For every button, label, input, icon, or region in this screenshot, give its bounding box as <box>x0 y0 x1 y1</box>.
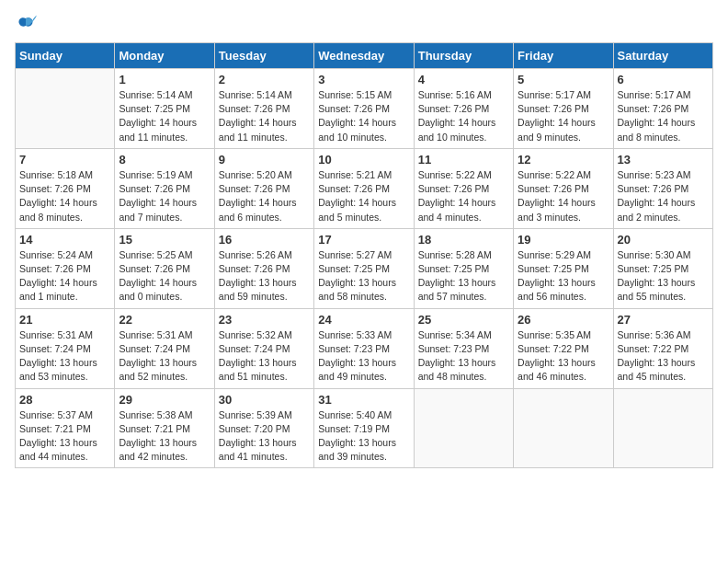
day-info: Sunrise: 5:25 AMSunset: 7:26 PMDaylight:… <box>119 248 210 304</box>
day-number: 12 <box>518 153 609 167</box>
day-number: 13 <box>618 153 709 167</box>
day-info: Sunrise: 5:27 AMSunset: 7:25 PMDaylight:… <box>318 248 409 304</box>
day-number: 15 <box>119 233 210 247</box>
day-number: 8 <box>119 153 210 167</box>
day-info: Sunrise: 5:23 AMSunset: 7:26 PMDaylight:… <box>618 168 709 224</box>
day-info: Sunrise: 5:17 AMSunset: 7:26 PMDaylight:… <box>518 88 609 144</box>
day-info: Sunrise: 5:21 AMSunset: 7:26 PMDaylight:… <box>318 168 409 224</box>
day-info: Sunrise: 5:17 AMSunset: 7:26 PMDaylight:… <box>618 88 709 144</box>
calendar-cell <box>613 388 712 468</box>
calendar-cell: 18Sunrise: 5:28 AMSunset: 7:25 PMDayligh… <box>414 228 513 308</box>
day-header-sunday: Sunday <box>16 43 115 69</box>
day-number: 24 <box>318 313 409 327</box>
day-header-friday: Friday <box>514 43 613 69</box>
day-info: Sunrise: 5:33 AMSunset: 7:23 PMDaylight:… <box>318 328 409 385</box>
calendar-cell: 10Sunrise: 5:21 AMSunset: 7:26 PMDayligh… <box>314 148 414 228</box>
day-info: Sunrise: 5:36 AMSunset: 7:22 PMDaylight:… <box>618 328 709 385</box>
day-info: Sunrise: 5:38 AMSunset: 7:21 PMDaylight:… <box>119 408 210 465</box>
day-number: 2 <box>219 73 310 86</box>
day-info: Sunrise: 5:34 AMSunset: 7:23 PMDaylight:… <box>418 328 509 385</box>
calendar-header-row: SundayMondayTuesdayWednesdayThursdayFrid… <box>16 43 713 69</box>
day-info: Sunrise: 5:16 AMSunset: 7:26 PMDaylight:… <box>418 88 509 144</box>
day-info: Sunrise: 5:26 AMSunset: 7:26 PMDaylight:… <box>219 248 310 304</box>
calendar-cell: 5Sunrise: 5:17 AMSunset: 7:26 PMDaylight… <box>514 69 613 149</box>
day-number: 14 <box>19 233 110 247</box>
day-info: Sunrise: 5:39 AMSunset: 7:20 PMDaylight:… <box>219 408 310 465</box>
day-header-wednesday: Wednesday <box>314 43 414 69</box>
calendar-table: SundayMondayTuesdayWednesdayThursdayFrid… <box>15 42 713 468</box>
calendar-cell: 23Sunrise: 5:32 AMSunset: 7:24 PMDayligh… <box>214 308 313 388</box>
day-number: 28 <box>19 393 110 407</box>
day-info: Sunrise: 5:15 AMSunset: 7:26 PMDaylight:… <box>318 88 409 144</box>
day-info: Sunrise: 5:19 AMSunset: 7:26 PMDaylight:… <box>119 168 210 224</box>
calendar-cell: 1Sunrise: 5:14 AMSunset: 7:25 PMDaylight… <box>115 69 214 149</box>
day-info: Sunrise: 5:28 AMSunset: 7:25 PMDaylight:… <box>418 248 509 304</box>
calendar-cell: 12Sunrise: 5:22 AMSunset: 7:26 PMDayligh… <box>514 148 613 228</box>
day-number: 4 <box>418 73 509 86</box>
day-number: 10 <box>318 153 409 167</box>
calendar-body: 1Sunrise: 5:14 AMSunset: 7:25 PMDaylight… <box>16 69 713 468</box>
calendar-cell: 27Sunrise: 5:36 AMSunset: 7:22 PMDayligh… <box>613 308 712 388</box>
day-info: Sunrise: 5:35 AMSunset: 7:22 PMDaylight:… <box>518 328 609 385</box>
day-header-saturday: Saturday <box>613 43 712 69</box>
day-info: Sunrise: 5:29 AMSunset: 7:25 PMDaylight:… <box>518 248 609 304</box>
calendar-cell: 11Sunrise: 5:22 AMSunset: 7:26 PMDayligh… <box>414 148 513 228</box>
calendar-cell: 4Sunrise: 5:16 AMSunset: 7:26 PMDaylight… <box>414 69 513 149</box>
day-info: Sunrise: 5:24 AMSunset: 7:26 PMDaylight:… <box>19 248 110 304</box>
day-number: 29 <box>119 393 210 407</box>
day-number: 17 <box>318 233 409 247</box>
calendar-week-2: 14Sunrise: 5:24 AMSunset: 7:26 PMDayligh… <box>16 228 713 308</box>
calendar-week-4: 28Sunrise: 5:37 AMSunset: 7:21 PMDayligh… <box>16 388 713 468</box>
logo <box>15 15 40 37</box>
day-header-tuesday: Tuesday <box>214 43 313 69</box>
day-info: Sunrise: 5:14 AMSunset: 7:25 PMDaylight:… <box>119 88 210 144</box>
day-info: Sunrise: 5:40 AMSunset: 7:19 PMDaylight:… <box>318 408 409 465</box>
calendar-cell <box>514 388 613 468</box>
calendar-cell: 24Sunrise: 5:33 AMSunset: 7:23 PMDayligh… <box>314 308 414 388</box>
calendar-cell: 30Sunrise: 5:39 AMSunset: 7:20 PMDayligh… <box>214 388 313 468</box>
calendar-cell: 15Sunrise: 5:25 AMSunset: 7:26 PMDayligh… <box>115 228 214 308</box>
calendar-cell: 17Sunrise: 5:27 AMSunset: 7:25 PMDayligh… <box>314 228 414 308</box>
calendar-cell: 7Sunrise: 5:18 AMSunset: 7:26 PMDaylight… <box>16 148 115 228</box>
calendar-cell: 14Sunrise: 5:24 AMSunset: 7:26 PMDayligh… <box>16 228 115 308</box>
calendar-cell: 22Sunrise: 5:31 AMSunset: 7:24 PMDayligh… <box>115 308 214 388</box>
calendar-cell: 9Sunrise: 5:20 AMSunset: 7:26 PMDaylight… <box>214 148 313 228</box>
day-number: 22 <box>119 313 210 327</box>
calendar-cell: 8Sunrise: 5:19 AMSunset: 7:26 PMDaylight… <box>115 148 214 228</box>
day-info: Sunrise: 5:20 AMSunset: 7:26 PMDaylight:… <box>219 168 310 224</box>
calendar-cell <box>16 69 115 149</box>
calendar-cell <box>414 388 513 468</box>
day-number: 31 <box>318 393 409 407</box>
calendar-cell: 21Sunrise: 5:31 AMSunset: 7:24 PMDayligh… <box>16 308 115 388</box>
calendar-cell: 26Sunrise: 5:35 AMSunset: 7:22 PMDayligh… <box>514 308 613 388</box>
day-number: 3 <box>318 73 409 86</box>
calendar-cell: 29Sunrise: 5:38 AMSunset: 7:21 PMDayligh… <box>115 388 214 468</box>
day-number: 16 <box>219 233 310 247</box>
day-number: 9 <box>219 153 310 167</box>
day-number: 21 <box>19 313 110 327</box>
day-number: 11 <box>418 153 509 167</box>
logo-bird-icon <box>15 15 37 37</box>
day-info: Sunrise: 5:31 AMSunset: 7:24 PMDaylight:… <box>19 328 110 385</box>
calendar-cell: 2Sunrise: 5:14 AMSunset: 7:26 PMDaylight… <box>214 69 313 149</box>
day-header-thursday: Thursday <box>414 43 513 69</box>
day-number: 30 <box>219 393 310 407</box>
calendar-week-1: 7Sunrise: 5:18 AMSunset: 7:26 PMDaylight… <box>16 148 713 228</box>
day-number: 19 <box>518 233 609 247</box>
calendar-cell: 6Sunrise: 5:17 AMSunset: 7:26 PMDaylight… <box>613 69 712 149</box>
day-number: 5 <box>518 73 609 86</box>
calendar-cell: 19Sunrise: 5:29 AMSunset: 7:25 PMDayligh… <box>514 228 613 308</box>
calendar-cell: 25Sunrise: 5:34 AMSunset: 7:23 PMDayligh… <box>414 308 513 388</box>
day-number: 23 <box>219 313 310 327</box>
day-info: Sunrise: 5:31 AMSunset: 7:24 PMDaylight:… <box>119 328 210 385</box>
calendar-cell: 28Sunrise: 5:37 AMSunset: 7:21 PMDayligh… <box>16 388 115 468</box>
day-info: Sunrise: 5:22 AMSunset: 7:26 PMDaylight:… <box>518 168 609 224</box>
day-number: 27 <box>618 313 709 327</box>
day-info: Sunrise: 5:30 AMSunset: 7:25 PMDaylight:… <box>618 248 709 304</box>
day-info: Sunrise: 5:18 AMSunset: 7:26 PMDaylight:… <box>19 168 110 224</box>
calendar-week-3: 21Sunrise: 5:31 AMSunset: 7:24 PMDayligh… <box>16 308 713 388</box>
calendar-cell: 31Sunrise: 5:40 AMSunset: 7:19 PMDayligh… <box>314 388 414 468</box>
calendar-cell: 20Sunrise: 5:30 AMSunset: 7:25 PMDayligh… <box>613 228 712 308</box>
day-number: 20 <box>618 233 709 247</box>
day-number: 6 <box>618 73 709 86</box>
